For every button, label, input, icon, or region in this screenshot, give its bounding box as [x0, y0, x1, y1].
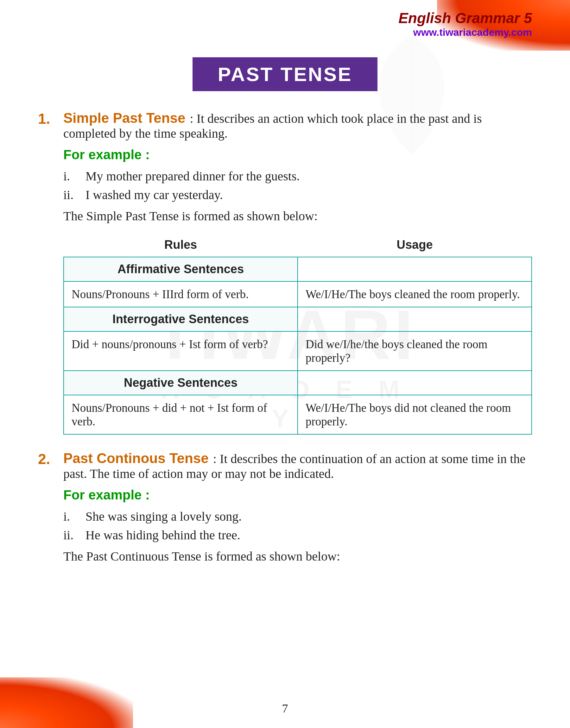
section-2-body: For example : i. She was singing a lovel… — [63, 488, 532, 564]
table-row: Nouns/Pronouns + IIIrd form of verb. We/… — [64, 281, 532, 307]
rules-table-section-1: Rules Usage Affirmative Sentences Nouns/… — [63, 233, 532, 435]
section-2-number: 2. — [38, 451, 57, 468]
page-title-wrapper: PAST TENSE — [38, 57, 532, 91]
example-text: I washed my car yesterday. — [85, 187, 223, 202]
interrogative-usage: Did we/I/he/the boys cleaned the room pr… — [298, 331, 532, 371]
interrogative-sentences-label: Interrogative Sentences — [64, 307, 298, 331]
section-1-examples: i. My mother prepared dinner for the gue… — [63, 169, 532, 202]
interrogative-usage-empty — [298, 307, 532, 331]
negative-usage: We/I/He/The boys did not cleaned the roo… — [298, 395, 532, 434]
example-item: i. My mother prepared dinner for the gue… — [63, 169, 532, 183]
section-2: 2. Past Continous Tense : It describes t… — [38, 451, 532, 564]
example-item: ii. He was hiding behind the tree. — [63, 528, 532, 543]
table-row: Interrogative Sentences — [64, 307, 532, 331]
section-1: 1. Simple Past Tense : It describes an a… — [38, 110, 532, 435]
affirmative-rule: Nouns/Pronouns + IIIrd form of verb. — [64, 281, 298, 307]
section-1-title: Simple Past Tense — [63, 110, 186, 126]
section-1-body: For example : i. My mother prepared dinn… — [63, 147, 532, 435]
section-1-for-example: For example : — [63, 147, 532, 162]
negative-usage-empty — [298, 371, 532, 395]
affirmative-usage-empty — [298, 257, 532, 281]
page-number: 7 — [282, 701, 288, 715]
example-item: ii. I washed my car yesterday. — [63, 187, 532, 202]
example-num: ii. — [63, 528, 85, 543]
section-2-title: Past Continous Tense — [63, 451, 209, 466]
section-2-table-note: The Past Continuous Tense is formed as s… — [63, 549, 532, 564]
page-title-banner: PAST TENSE — [193, 57, 378, 91]
section-1-number: 1. — [38, 110, 57, 127]
section-1-header: 1. Simple Past Tense : It describes an a… — [38, 110, 532, 141]
header: English Grammar 5 www.tiwariacademy.com — [38, 0, 532, 38]
affirmative-sentences-label: Affirmative Sentences — [64, 257, 298, 281]
example-num: ii. — [63, 187, 85, 202]
table-row: Nouns/Pronouns + did + not + Ist form of… — [64, 395, 532, 434]
section-2-for-example: For example : — [63, 488, 532, 503]
corner-decoration-bottom — [0, 677, 133, 728]
negative-rule: Nouns/Pronouns + did + not + Ist form of… — [64, 395, 298, 434]
example-text: She was singing a lovely song. — [85, 509, 242, 524]
negative-sentences-label: Negative Sentences — [64, 371, 298, 395]
table-col-usage-header: Usage — [298, 233, 532, 257]
table-row: Affirmative Sentences — [64, 257, 532, 281]
section-1-table-note: The Simple Past Tense is formed as shown… — [63, 208, 532, 223]
table-col-rules-header: Rules — [64, 233, 298, 257]
example-num: i. — [63, 169, 85, 183]
example-num: i. — [63, 509, 85, 524]
example-item: i. She was singing a lovely song. — [63, 509, 532, 524]
affirmative-usage: We/I/He/The boys cleaned the room proper… — [298, 281, 532, 307]
table-row: Did + nouns/pronouns + Ist form of verb?… — [64, 331, 532, 371]
brand-website: www.tiwariacademy.com — [38, 27, 532, 38]
example-text: My mother prepared dinner for the guests… — [85, 169, 300, 183]
section-2-header: 2. Past Continous Tense : It describes t… — [38, 451, 532, 481]
interrogative-rule: Did + nouns/pronouns + Ist form of verb? — [64, 331, 298, 371]
brand-title: English Grammar 5 — [38, 9, 532, 27]
section-2-examples: i. She was singing a lovely song. ii. He… — [63, 509, 532, 543]
table-row: Negative Sentences — [64, 371, 532, 395]
example-text: He was hiding behind the tree. — [85, 528, 240, 543]
